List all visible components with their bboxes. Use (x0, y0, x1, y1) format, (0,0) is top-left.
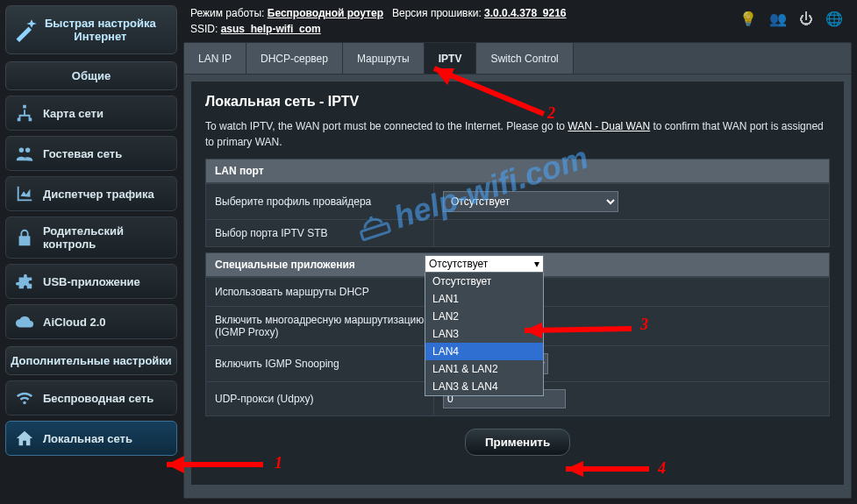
tab-switch[interactable]: Switch Control (476, 43, 573, 74)
sidebar-item-label: Беспроводная сеть (43, 392, 154, 405)
page-title: Локальная сеть - IPTV (205, 94, 830, 110)
wand-icon (13, 18, 38, 42)
chart-icon (15, 184, 34, 203)
sidebar-item-label: Диспетчер трафика (43, 188, 154, 201)
lock-icon (15, 228, 34, 247)
quick-setup-label: Быстрая настройка Интернет (45, 17, 156, 43)
sidebar-item-parental[interactable]: Родительский контроль (5, 217, 177, 259)
dropdown-option[interactable]: LAN2 (425, 308, 543, 325)
people-icon (15, 144, 34, 163)
sidebar-item-aicloud[interactable]: AiCloud 2.0 (5, 304, 177, 339)
fw-value[interactable]: 3.0.0.4.378_9216 (484, 7, 566, 19)
dropdown-option[interactable]: LAN3 & LAN4 (425, 378, 543, 395)
dropdown-option[interactable]: LAN3 (425, 325, 543, 343)
sidebar-item-label: Гостевая сеть (43, 147, 122, 160)
wan-dualwan-link[interactable]: WAN - Dual WAN (568, 120, 650, 132)
sidebar-item-label: Карта сети (43, 107, 104, 120)
udpxy-label: UDP-прокси (Udpxy) (206, 382, 434, 416)
globe-icon[interactable]: 🌐 (825, 11, 843, 27)
sidebar-item-traffic[interactable]: Диспетчер трафика (5, 176, 177, 211)
sidebar-item-label: AiCloud 2.0 (43, 316, 106, 329)
home-icon (15, 429, 34, 448)
isp-profile-select[interactable]: Отсутствует (443, 191, 618, 212)
ssid-value[interactable]: asus_help-wifi_com (221, 23, 321, 35)
isp-profile-label: Выберите профиль провайдера (206, 184, 434, 220)
top-icons: 💡 👥 ⏻ 🌐 (739, 11, 843, 27)
sidebar-item-label: Родительский контроль (43, 224, 168, 251)
group-lan-port: LAN порт (205, 159, 830, 183)
mode-value[interactable]: Беспроводной роутер (268, 7, 383, 19)
apply-button[interactable]: Применить (465, 429, 570, 456)
sidebar-item-lan[interactable]: Локальная сеть (5, 421, 177, 456)
page-description: To watch IPTV, the WAN port must be conn… (205, 118, 830, 150)
puzzle-icon (15, 272, 34, 291)
chevron-down-icon: ▾ (534, 258, 539, 270)
ssid-label: SSID: (190, 23, 218, 35)
tab-routes[interactable]: Маршруты (343, 43, 425, 74)
top-status-bar: Режим работы: Беспроводной роутер Версия… (183, 2, 852, 40)
tab-lan-ip[interactable]: LAN IP (184, 43, 246, 74)
dropdown-option[interactable]: LAN1 (425, 290, 543, 308)
dropdown-option[interactable]: LAN1 & LAN2 (425, 360, 543, 378)
dropdown-option[interactable]: Отсутствует (425, 273, 543, 290)
dhcp-routes-label: Использовать маршруты DHCP (206, 278, 434, 307)
fw-label: Версия прошивки: (392, 7, 482, 19)
tab-iptv[interactable]: IPTV (425, 43, 477, 74)
reboot-icon[interactable]: ⏻ (799, 11, 813, 27)
iptv-stb-dropdown-open[interactable]: Отсутствует ▾ Отсутствует LAN1 LAN2 LAN3… (425, 255, 544, 396)
bulb-icon[interactable]: 💡 (739, 11, 757, 27)
users-icon[interactable]: 👥 (769, 11, 787, 27)
dropdown-option-highlighted[interactable]: LAN4 (425, 343, 543, 360)
cloud-icon (15, 312, 34, 331)
igmp-proxy-label: Включить многоадресную маршрутизацию (IG… (206, 307, 434, 346)
sidebar-item-label: Локальная сеть (43, 432, 132, 445)
sidebar-item-network-map[interactable]: Карта сети (5, 96, 177, 131)
quick-setup-button[interactable]: Быстрая настройка Интернет (5, 5, 177, 54)
wifi-icon (15, 388, 34, 408)
tab-dhcp[interactable]: DHCP-сервер (246, 43, 343, 74)
igmp-snooping-label: Включить IGMP Snooping (206, 346, 434, 382)
iptv-stb-port-label: Выбор порта IPTV STB (206, 220, 434, 247)
sidebar-item-label: USB-приложение (43, 275, 140, 288)
sidebar-item-wireless[interactable]: Беспроводная сеть (5, 380, 177, 415)
sitemap-icon (15, 103, 34, 123)
mode-label: Режим работы: (190, 7, 264, 19)
iptv-stb-port-cell (434, 220, 830, 247)
tabs: LAN IP DHCP-сервер Маршруты IPTV Switch … (184, 43, 851, 75)
sidebar-item-usb[interactable]: USB-приложение (5, 264, 177, 299)
svg-marker-3 (167, 456, 184, 473)
dropdown-selected[interactable]: Отсутствует ▾ (425, 255, 544, 273)
section-general: Общие (5, 61, 177, 90)
section-advanced: Дополнительные настройки (5, 346, 177, 375)
sidebar-item-guest-network[interactable]: Гостевая сеть (5, 136, 177, 171)
